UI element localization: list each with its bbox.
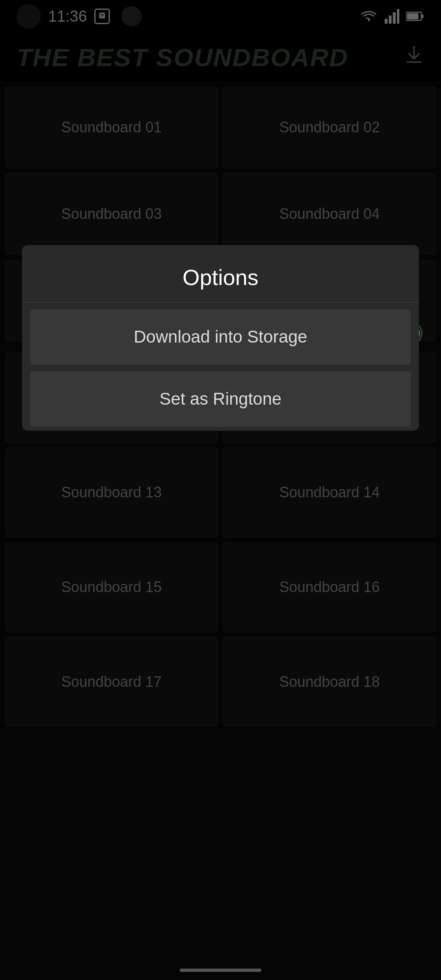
modal-content: Options Download into Storage Set as Rin…	[22, 245, 419, 431]
home-indicator	[180, 969, 261, 972]
modal-title: Options	[183, 265, 258, 290]
set-ringtone-button[interactable]: Set as Ringtone	[30, 371, 411, 427]
options-modal: Options Download into Storage Set as Rin…	[0, 245, 441, 431]
download-storage-button[interactable]: Download into Storage	[30, 309, 411, 365]
modal-overlay[interactable]	[0, 0, 441, 980]
modal-title-area: Options	[22, 245, 419, 303]
